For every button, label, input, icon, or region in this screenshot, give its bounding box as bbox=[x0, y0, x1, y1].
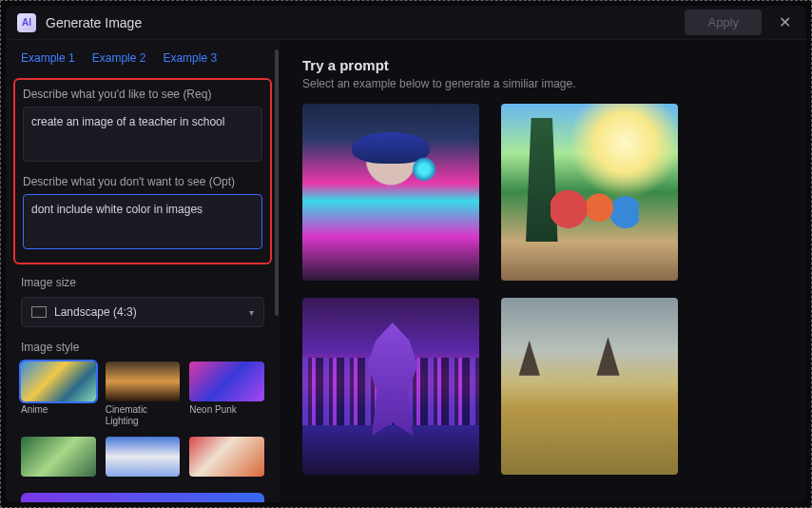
sidebar: Example 1 Example 2 Example 3 Describe w… bbox=[6, 40, 280, 502]
window-title: Generate Image bbox=[46, 15, 142, 30]
tab-example-3[interactable]: Example 3 bbox=[163, 51, 217, 65]
positive-prompt-label: Describe what you'd like to see (Req) bbox=[23, 88, 262, 101]
chevron-down-icon: ▾ bbox=[249, 307, 254, 318]
main-subtitle: Select an example below to generate a si… bbox=[302, 77, 783, 90]
tab-example-2[interactable]: Example 2 bbox=[92, 51, 146, 65]
example-image-2[interactable] bbox=[501, 104, 678, 281]
example-tabs: Example 1 Example 2 Example 3 bbox=[21, 51, 264, 65]
style-name: Neon Punk bbox=[189, 404, 264, 416]
image-style-label: Image style bbox=[21, 341, 264, 354]
image-size-select[interactable]: Landscape (4:3) ▾ bbox=[21, 297, 264, 327]
style-thumb bbox=[106, 437, 181, 477]
negative-prompt-input[interactable] bbox=[23, 194, 262, 249]
style-thumb bbox=[21, 437, 96, 477]
app-window: AI Generate Image Apply ✕ Example 1 Exam… bbox=[6, 6, 806, 502]
example-image-1[interactable] bbox=[302, 104, 479, 281]
prompt-highlight: Describe what you'd like to see (Req) De… bbox=[13, 78, 272, 264]
main-panel: Try a prompt Select an example below to … bbox=[280, 40, 806, 502]
style-name: Anime bbox=[21, 404, 96, 416]
image-size-value: Landscape (4:3) bbox=[54, 305, 249, 319]
main-title: Try a prompt bbox=[302, 57, 783, 73]
generate-button[interactable]: ✦ Generate bbox=[21, 493, 264, 502]
sidebar-scrollbar[interactable] bbox=[274, 49, 280, 493]
example-image-3[interactable] bbox=[302, 298, 479, 475]
negative-prompt-label: Describe what you don't want to see (Opt… bbox=[23, 175, 262, 188]
app-icon: AI bbox=[17, 13, 36, 32]
style-grid: Anime Cinematic Lighting Neon Punk bbox=[21, 361, 264, 479]
positive-prompt-input[interactable] bbox=[23, 107, 262, 162]
titlebar: AI Generate Image Apply ✕ bbox=[6, 6, 806, 40]
style-name: Cinematic Lighting bbox=[106, 404, 181, 427]
style-option-6[interactable] bbox=[189, 437, 264, 479]
style-thumb bbox=[189, 437, 264, 477]
apply-button[interactable]: Apply bbox=[685, 10, 762, 35]
close-icon[interactable]: ✕ bbox=[775, 10, 795, 35]
style-option-4[interactable] bbox=[21, 437, 96, 479]
style-thumb bbox=[106, 361, 181, 401]
style-thumb bbox=[21, 361, 96, 401]
style-anime[interactable]: Anime bbox=[21, 361, 96, 427]
example-image-4[interactable] bbox=[501, 298, 678, 475]
tab-example-1[interactable]: Example 1 bbox=[21, 51, 75, 65]
style-option-5[interactable] bbox=[106, 437, 181, 479]
image-size-label: Image size bbox=[21, 276, 264, 289]
style-cinematic-lighting[interactable]: Cinematic Lighting bbox=[106, 361, 181, 427]
style-thumb bbox=[189, 361, 264, 401]
style-neon-punk[interactable]: Neon Punk bbox=[189, 361, 264, 427]
example-image-grid bbox=[302, 104, 683, 475]
aspect-icon bbox=[31, 306, 47, 318]
